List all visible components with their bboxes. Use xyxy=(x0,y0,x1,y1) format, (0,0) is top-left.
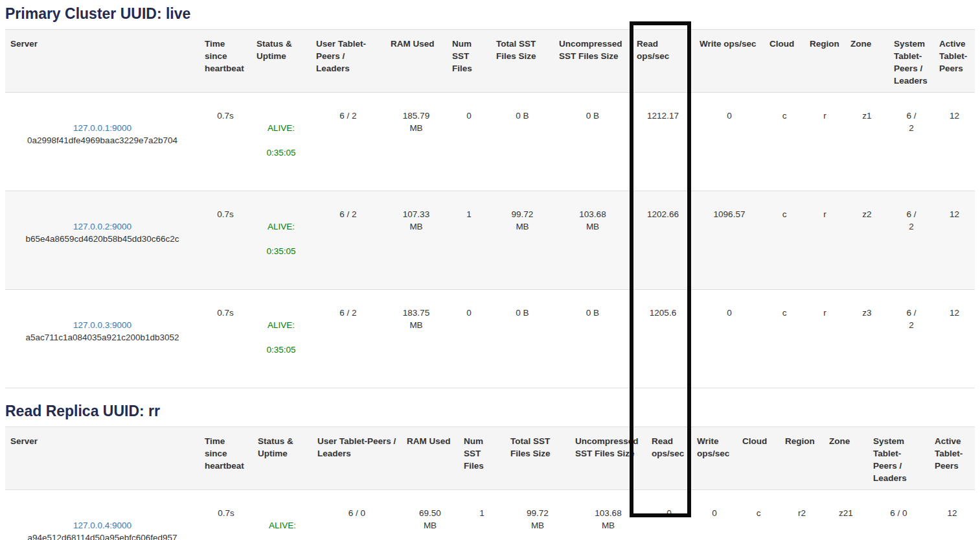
status-label: ALIVE: xyxy=(256,220,306,233)
uncompressed-sst-size-cell: 103.68 MB xyxy=(570,490,646,540)
status-cell: ALIVE: 0:04:56 xyxy=(253,490,312,540)
cloud-cell: c xyxy=(764,191,804,290)
server-cell: 127.0.0.1:9000 0a2998f41dfe4969baac3229e… xyxy=(5,93,199,191)
heartbeat-cell: 0.7s xyxy=(199,191,251,290)
col-cloud: Cloud xyxy=(737,427,780,490)
uncompressed-sst-size-cell: 0 B xyxy=(554,93,632,191)
server-link[interactable]: 127.0.0.2:9000 xyxy=(73,222,131,231)
write-ops-cell: 0 xyxy=(694,93,764,191)
active-tablet-peers-cell: 12 xyxy=(934,290,975,388)
uptime-label: 0:35:05 xyxy=(256,245,306,257)
uncompressed-sst-size-cell: 0 B xyxy=(554,290,632,388)
uptime-label: 0:35:05 xyxy=(256,344,306,356)
zone-cell: z1 xyxy=(845,93,889,191)
cloud-cell: c xyxy=(764,93,804,191)
col-cloud: Cloud xyxy=(764,30,804,93)
user-tablet-peers-cell: 6 / 0 xyxy=(312,490,402,540)
header-row: Server Time since heartbeat Status & Upt… xyxy=(5,427,975,490)
active-tablet-peers-cell: 12 xyxy=(934,93,975,191)
col-system-tablet-peers: System Tablet-Peers / Leaders xyxy=(868,427,929,490)
system-tablet-peers-cell: 6 / 2 xyxy=(889,93,934,191)
primary-cluster-table: Server Time since heartbeat Status & Upt… xyxy=(5,29,975,388)
col-read-ops: Read ops/sec xyxy=(632,30,694,93)
server-link[interactable]: 127.0.0.4:9000 xyxy=(73,521,131,530)
active-tablet-peers-cell: 12 xyxy=(929,490,975,540)
col-write-ops: Write ops/sec xyxy=(692,427,737,490)
ram-used-cell: 107.33 MB xyxy=(385,191,447,290)
cloud-cell: c xyxy=(737,490,780,540)
server-uuid: a94e512d68114d50a95ebfc606fed957 xyxy=(10,532,194,540)
total-sst-size-cell: 99.72 MB xyxy=(491,191,554,290)
col-zone: Zone xyxy=(824,427,868,490)
col-server: Server xyxy=(5,30,199,93)
col-uncompressed-sst-size: Uncompressed SST Files Size xyxy=(570,427,646,490)
server-uuid: 0a2998f41dfe4969baac3229e7a2b704 xyxy=(10,134,194,147)
user-tablet-peers-cell: 6 / 2 xyxy=(311,290,385,388)
col-time-since-heartbeat: Time since heartbeat xyxy=(199,427,253,490)
num-sst-files-cell: 1 xyxy=(447,191,491,290)
header-row: Server Time since heartbeat Status & Upt… xyxy=(5,30,975,93)
status-label: ALIVE: xyxy=(256,319,306,331)
write-ops-cell: 0 xyxy=(694,290,764,388)
region-cell: r xyxy=(804,191,845,290)
col-system-tablet-peers: System Tablet-Peers / Leaders xyxy=(889,30,934,93)
server-cell: 127.0.0.2:9000 b65e4a8659cd4620b58b45dd3… xyxy=(5,191,199,290)
col-write-ops: Write ops/sec xyxy=(694,30,764,93)
total-sst-size-cell: 99.72 MB xyxy=(505,490,570,540)
region-cell: r xyxy=(804,290,845,388)
server-cell: 127.0.0.4:9000 a94e512d68114d50a95ebfc60… xyxy=(5,490,199,540)
col-active-tablet-peers: Active Tablet-Peers xyxy=(934,30,975,93)
read-ops-cell: 1205.6 xyxy=(632,290,694,388)
status-label: ALIVE: xyxy=(256,122,306,134)
system-tablet-peers-cell: 6 / 2 xyxy=(889,191,934,290)
table-row: 127.0.0.4:9000 a94e512d68114d50a95ebfc60… xyxy=(5,490,975,540)
read-ops-cell: 1212.17 xyxy=(632,93,694,191)
total-sst-size-cell: 0 B xyxy=(491,93,554,191)
col-num-sst-files: Num SST Files xyxy=(459,427,505,490)
ram-used-cell: 183.75 MB xyxy=(385,290,447,388)
col-status-uptime: Status & Uptime xyxy=(253,427,312,490)
status-cell: ALIVE: 0:35:05 xyxy=(251,93,311,191)
heartbeat-cell: 0.7s xyxy=(199,93,251,191)
col-num-sst-files: Num SST Files xyxy=(447,30,491,93)
status-label: ALIVE: xyxy=(258,519,307,532)
col-uncompressed-sst-size: Uncompressed SST Files Size xyxy=(554,30,632,93)
status-cell: ALIVE: 0:35:05 xyxy=(251,191,311,290)
write-ops-cell: 1096.57 xyxy=(694,191,764,290)
server-uuid: a5ac711c1a084035a921c200b1db3052 xyxy=(10,331,194,344)
num-sst-files-cell: 0 xyxy=(447,93,491,191)
table-row: 127.0.0.2:9000 b65e4a8659cd4620b58b45dd3… xyxy=(5,191,975,290)
col-zone: Zone xyxy=(845,30,889,93)
server-link[interactable]: 127.0.0.3:9000 xyxy=(73,320,131,330)
col-region: Region xyxy=(804,30,845,93)
col-server: Server xyxy=(5,427,199,490)
ram-used-cell: 185.79 MB xyxy=(385,93,447,191)
write-ops-cell: 0 xyxy=(692,490,737,540)
zone-cell: z3 xyxy=(845,290,889,388)
zone-cell: z21 xyxy=(824,490,868,540)
uptime-label: 0:35:05 xyxy=(256,147,306,159)
server-link[interactable]: 127.0.0.1:9000 xyxy=(73,123,131,133)
col-total-sst-size: Total SST Files Size xyxy=(505,427,570,490)
system-tablet-peers-cell: 6 / 0 xyxy=(868,490,929,540)
read-replica-table: Server Time since heartbeat Status & Upt… xyxy=(5,427,975,540)
col-total-sst-size: Total SST Files Size xyxy=(491,30,554,93)
active-tablet-peers-cell: 12 xyxy=(934,191,975,290)
system-tablet-peers-cell: 6 / 2 xyxy=(889,290,934,388)
primary-cluster-title: Primary Cluster UUID: live xyxy=(5,5,975,23)
col-ram-used: RAM Used xyxy=(402,427,459,490)
col-user-tablet-peers: User Tablet-Peers / Leaders xyxy=(311,30,385,93)
read-ops-cell: 0 xyxy=(646,490,692,540)
region-cell: r2 xyxy=(780,490,824,540)
tablet-servers-page: Primary Cluster UUID: live Server Time s… xyxy=(0,0,980,540)
num-sst-files-cell: 0 xyxy=(447,290,491,388)
total-sst-size-cell: 0 B xyxy=(491,290,554,388)
user-tablet-peers-cell: 6 / 2 xyxy=(311,93,385,191)
table-row: 127.0.0.3:9000 a5ac711c1a084035a921c200b… xyxy=(5,290,975,388)
server-uuid: b65e4a8659cd4620b58b45dd30c66c2c xyxy=(10,233,194,245)
uncompressed-sst-size-cell: 103.68 MB xyxy=(554,191,632,290)
cloud-cell: c xyxy=(764,290,804,388)
heartbeat-cell: 0.7s xyxy=(199,490,253,540)
read-replica-title: Read Replica UUID: rr xyxy=(5,403,975,420)
read-ops-cell: 1202.66 xyxy=(632,191,694,290)
